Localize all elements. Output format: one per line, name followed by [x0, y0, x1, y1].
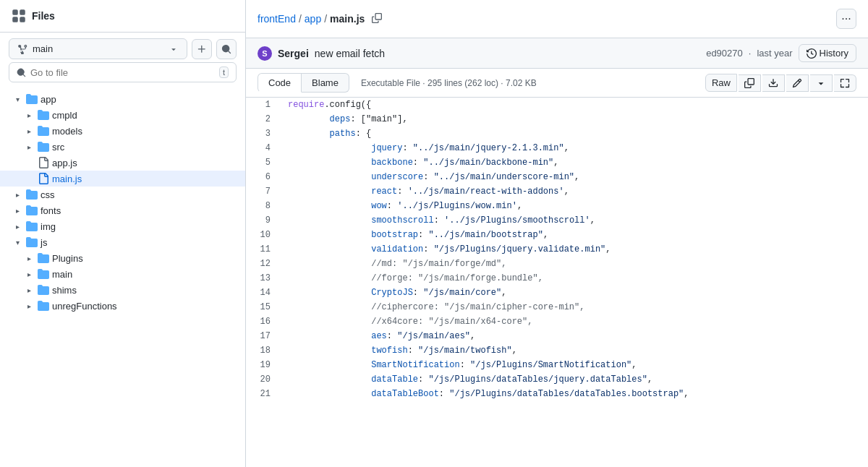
line-code: smoothscroll: '../js/Plugins/smoothscrol…: [282, 213, 868, 228]
table-row: 16 //x64core: "/js/main/x64-core",: [246, 314, 868, 329]
branch-icon: [18, 44, 28, 54]
search-button[interactable]: [216, 39, 237, 59]
chevron-models: ▸: [23, 125, 35, 137]
branch-name: main: [33, 43, 165, 54]
code-actions: Raw: [705, 74, 856, 92]
line-code: dataTable: "/js/Plugins/dataTables/jquer…: [282, 372, 868, 387]
line-number: 11: [246, 242, 282, 257]
expand-button[interactable]: [834, 74, 856, 92]
history-label: History: [820, 48, 848, 59]
line-code: backbone: "../js/main/backbone-min",: [282, 155, 868, 170]
line-code: validation: "/js/Plugins/jquery.validate…: [282, 242, 868, 257]
table-row: 17 aes: "/js/main/aes",: [246, 329, 868, 343]
line-code: aes: "/js/main/aes",: [282, 329, 868, 343]
folder-icon-img: [26, 220, 38, 232]
file-tree: ▾ app ▸ cmpld ▸ models ▸ src ▸ app.js ▸: [0, 88, 245, 467]
tree-label-models: models: [52, 126, 234, 137]
history-button[interactable]: History: [799, 44, 856, 62]
sidebar: Files main t: [0, 0, 246, 467]
breadcrumb-dir[interactable]: app: [305, 13, 321, 25]
table-row: 9 smoothscroll: '../js/Plugins/smoothscr…: [246, 213, 868, 228]
line-code: require.config({: [282, 98, 868, 112]
copy-raw-button[interactable]: [739, 74, 761, 92]
chevron-unreg: ▸: [23, 300, 35, 312]
search-small-icon: [17, 68, 26, 77]
breadcrumb-sep2: /: [324, 13, 327, 25]
more-actions-button[interactable]: [810, 74, 833, 92]
author-avatar: S: [258, 46, 272, 61]
line-number: 2: [246, 112, 282, 127]
tree-item-shims[interactable]: ▸ shims: [0, 282, 245, 298]
file-icon-app-js: [38, 157, 49, 168]
line-number: 21: [246, 387, 282, 401]
commit-author[interactable]: Sergei: [278, 48, 309, 59]
tree-item-css[interactable]: ▸ css: [0, 187, 245, 202]
table-row: 4 jquery: "../js/main/jquery-2.1.3.min",: [246, 141, 868, 155]
tree-item-main-dir[interactable]: ▸ main: [0, 266, 245, 282]
goto-file-input[interactable]: [30, 67, 215, 78]
line-number: 15: [246, 300, 282, 314]
folder-icon-cmpld: [38, 109, 49, 121]
commit-meta: ed90270 · last year History: [706, 44, 856, 62]
commit-message: new email fetch: [315, 48, 385, 59]
tab-blame[interactable]: Blame: [302, 73, 349, 93]
sidebar-toggle-icon[interactable]: [12, 9, 26, 23]
main-content: frontEnd / app / main.js ··· S Sergei ne…: [246, 0, 868, 467]
file-icon-main-js: [38, 173, 49, 184]
sidebar-header: Files: [0, 0, 245, 33]
tree-item-js[interactable]: ▾ js: [0, 234, 245, 250]
table-row: 2 deps: ["main"],: [246, 112, 868, 127]
code-toolbar: Code Blame Executable File · 295 lines (…: [246, 69, 868, 98]
copy-path-button[interactable]: [372, 13, 382, 25]
table-row: 6 underscore: "../js/main/underscore-min…: [246, 170, 868, 184]
code-tabs: Code Blame: [258, 73, 349, 93]
breadcrumb-root[interactable]: frontEnd: [258, 13, 296, 25]
line-code: CryptoJS: "/js/main/core",: [282, 286, 868, 300]
commit-hash[interactable]: ed90270: [706, 48, 743, 59]
line-code: //md: "/js/main/forge/md",: [282, 257, 868, 271]
raw-button[interactable]: Raw: [705, 74, 737, 92]
tree-item-plugins[interactable]: ▸ Plugins: [0, 250, 245, 266]
plus-icon: [197, 44, 207, 54]
chevron-img: ▸: [12, 220, 23, 232]
chevron-shims: ▸: [23, 284, 35, 296]
table-row: 15 //ciphercore: "/js/main/cipher-core-m…: [246, 300, 868, 314]
download-button[interactable]: [762, 74, 785, 92]
tree-item-main-js[interactable]: ▸ main.js: [0, 171, 245, 187]
tree-item-src[interactable]: ▸ src: [0, 139, 245, 155]
table-row: 8 wow: '../js/Plugins/wow.min',: [246, 199, 868, 213]
file-meta: Executable File · 295 lines (262 loc) · …: [361, 78, 537, 88]
line-code: //x64core: "/js/main/x64-core",: [282, 314, 868, 329]
tree-item-cmpld[interactable]: ▸ cmpld: [0, 107, 245, 123]
line-number: 13: [246, 271, 282, 286]
tree-item-img[interactable]: ▸ img: [0, 218, 245, 234]
line-number: 8: [246, 199, 282, 213]
tab-code[interactable]: Code: [258, 73, 302, 93]
tree-item-models[interactable]: ▸ models: [0, 123, 245, 139]
edit-button[interactable]: [786, 74, 809, 92]
goto-file-bar: t: [9, 62, 237, 82]
tree-label-app: app: [41, 94, 234, 105]
line-code: jquery: "../js/main/jquery-2.1.3.min",: [282, 141, 868, 155]
commit-time: last year: [757, 48, 792, 59]
chevron-js: ▾: [12, 236, 23, 248]
line-code: react: '../js/main/react-with-addons',: [282, 184, 868, 199]
tree-item-app-js[interactable]: ▸ app.js: [0, 155, 245, 171]
more-options-button[interactable]: ···: [836, 9, 856, 29]
copy-icon: [744, 78, 754, 88]
line-code: underscore: "../js/main/underscore-min",: [282, 170, 868, 184]
line-code: paths: {: [282, 127, 868, 141]
add-file-button[interactable]: [192, 39, 212, 59]
branch-selector[interactable]: main: [9, 38, 187, 59]
tree-item-fonts[interactable]: ▸ fonts: [0, 202, 245, 218]
line-number: 10: [246, 228, 282, 242]
line-number: 16: [246, 314, 282, 329]
folder-icon-shims: [38, 284, 49, 296]
tree-item-app[interactable]: ▾ app: [0, 91, 245, 107]
line-number: 4: [246, 141, 282, 155]
line-number: 19: [246, 358, 282, 372]
line-number: 5: [246, 155, 282, 170]
tree-item-unreg[interactable]: ▸ unregFunctions: [0, 298, 245, 314]
chevron-down-small-icon: [816, 78, 826, 88]
tree-label-shims: shims: [52, 285, 234, 296]
